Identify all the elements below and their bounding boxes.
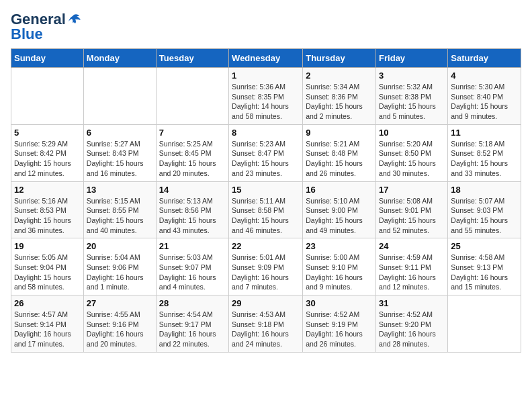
calendar-cell: 4Sunrise: 5:30 AM Sunset: 8:40 PM Daylig… <box>448 68 521 125</box>
day-info: Sunrise: 4:59 AM Sunset: 9:11 PM Dayligh… <box>379 253 445 292</box>
week-row-5: 26Sunrise: 4:57 AM Sunset: 9:14 PM Dayli… <box>11 295 521 353</box>
calendar-cell: 27Sunrise: 4:55 AM Sunset: 9:16 PM Dayli… <box>83 295 156 353</box>
day-number: 5 <box>14 128 81 138</box>
logo-bird-icon <box>67 13 82 26</box>
calendar-cell: 1Sunrise: 5:36 AM Sunset: 8:35 PM Daylig… <box>229 68 303 125</box>
day-info: Sunrise: 5:00 AM Sunset: 9:10 PM Dayligh… <box>306 253 373 292</box>
calendar-cell: 20Sunrise: 5:04 AM Sunset: 9:06 PM Dayli… <box>83 238 156 295</box>
day-number: 6 <box>87 128 153 138</box>
day-number: 23 <box>306 241 373 251</box>
column-header-wednesday: Wednesday <box>229 49 303 68</box>
column-header-thursday: Thursday <box>303 49 376 68</box>
day-info: Sunrise: 5:07 AM Sunset: 9:03 PM Dayligh… <box>451 196 518 236</box>
day-number: 11 <box>451 128 518 138</box>
day-number: 27 <box>87 298 153 308</box>
day-info: Sunrise: 5:36 AM Sunset: 8:35 PM Dayligh… <box>232 82 300 122</box>
calendar-cell: 23Sunrise: 5:00 AM Sunset: 9:10 PM Dayli… <box>303 238 376 295</box>
calendar-cell <box>156 68 228 125</box>
calendar-cell <box>11 68 84 125</box>
day-number: 19 <box>14 241 81 251</box>
day-info: Sunrise: 4:58 AM Sunset: 9:13 PM Dayligh… <box>451 253 518 292</box>
day-number: 2 <box>306 71 373 81</box>
day-info: Sunrise: 5:32 AM Sunset: 8:38 PM Dayligh… <box>379 82 445 122</box>
calendar-cell: 29Sunrise: 4:53 AM Sunset: 9:18 PM Dayli… <box>229 295 303 353</box>
day-number: 17 <box>379 185 445 195</box>
column-header-friday: Friday <box>376 49 448 68</box>
day-info: Sunrise: 5:05 AM Sunset: 9:04 PM Dayligh… <box>14 253 81 292</box>
day-number: 25 <box>451 241 518 251</box>
calendar-cell: 30Sunrise: 4:52 AM Sunset: 9:19 PM Dayli… <box>303 295 376 353</box>
day-info: Sunrise: 5:25 AM Sunset: 8:45 PM Dayligh… <box>159 139 226 179</box>
calendar-cell: 28Sunrise: 4:54 AM Sunset: 9:17 PM Dayli… <box>156 295 228 353</box>
day-info: Sunrise: 4:57 AM Sunset: 9:14 PM Dayligh… <box>14 310 81 349</box>
header-row: SundayMondayTuesdayWednesdayThursdayFrid… <box>11 49 521 68</box>
day-number: 16 <box>306 185 373 195</box>
day-number: 9 <box>306 128 373 138</box>
calendar-cell: 11Sunrise: 5:18 AM Sunset: 8:52 PM Dayli… <box>448 124 521 181</box>
calendar-cell: 5Sunrise: 5:29 AM Sunset: 8:42 PM Daylig… <box>11 124 84 181</box>
calendar-table: SundayMondayTuesdayWednesdayThursdayFrid… <box>11 48 521 353</box>
day-number: 18 <box>451 185 518 195</box>
day-info: Sunrise: 5:34 AM Sunset: 8:36 PM Dayligh… <box>306 82 373 122</box>
day-info: Sunrise: 4:55 AM Sunset: 9:16 PM Dayligh… <box>87 310 153 349</box>
calendar-cell: 17Sunrise: 5:08 AM Sunset: 9:01 PM Dayli… <box>376 181 448 238</box>
column-header-sunday: Sunday <box>11 49 84 68</box>
calendar-cell: 6Sunrise: 5:27 AM Sunset: 8:43 PM Daylig… <box>83 124 156 181</box>
day-info: Sunrise: 5:21 AM Sunset: 8:48 PM Dayligh… <box>306 139 373 179</box>
calendar-cell: 7Sunrise: 5:25 AM Sunset: 8:45 PM Daylig… <box>156 124 228 181</box>
day-number: 1 <box>232 71 300 81</box>
day-info: Sunrise: 5:08 AM Sunset: 9:01 PM Dayligh… <box>379 196 445 236</box>
week-row-3: 12Sunrise: 5:16 AM Sunset: 8:53 PM Dayli… <box>11 181 521 238</box>
day-number: 15 <box>232 185 300 195</box>
day-info: Sunrise: 4:53 AM Sunset: 9:18 PM Dayligh… <box>232 310 300 349</box>
day-info: Sunrise: 4:52 AM Sunset: 9:19 PM Dayligh… <box>306 310 373 349</box>
day-info: Sunrise: 5:16 AM Sunset: 8:53 PM Dayligh… <box>14 196 81 236</box>
column-header-tuesday: Tuesday <box>156 49 228 68</box>
day-info: Sunrise: 4:52 AM Sunset: 9:20 PM Dayligh… <box>379 310 445 349</box>
day-number: 28 <box>159 298 226 308</box>
day-info: Sunrise: 5:13 AM Sunset: 8:56 PM Dayligh… <box>159 196 226 236</box>
day-number: 14 <box>159 185 226 195</box>
day-number: 31 <box>379 298 445 308</box>
day-info: Sunrise: 5:18 AM Sunset: 8:52 PM Dayligh… <box>451 139 518 179</box>
logo-blue: Blue <box>11 26 43 43</box>
calendar-cell <box>83 68 156 125</box>
calendar-cell: 25Sunrise: 4:58 AM Sunset: 9:13 PM Dayli… <box>448 238 521 295</box>
calendar-cell: 14Sunrise: 5:13 AM Sunset: 8:56 PM Dayli… <box>156 181 228 238</box>
calendar-cell: 22Sunrise: 5:01 AM Sunset: 9:09 PM Dayli… <box>229 238 303 295</box>
column-header-monday: Monday <box>83 49 156 68</box>
header: General Blue <box>11 11 521 43</box>
day-info: Sunrise: 5:03 AM Sunset: 9:07 PM Dayligh… <box>159 253 226 292</box>
day-number: 7 <box>159 128 226 138</box>
calendar-cell <box>448 295 521 353</box>
calendar-cell: 8Sunrise: 5:23 AM Sunset: 8:47 PM Daylig… <box>229 124 303 181</box>
day-info: Sunrise: 5:10 AM Sunset: 9:00 PM Dayligh… <box>306 196 373 236</box>
day-number: 29 <box>232 298 300 308</box>
calendar-cell: 15Sunrise: 5:11 AM Sunset: 8:58 PM Dayli… <box>229 181 303 238</box>
column-header-saturday: Saturday <box>448 49 521 68</box>
day-number: 8 <box>232 128 300 138</box>
day-info: Sunrise: 5:01 AM Sunset: 9:09 PM Dayligh… <box>232 253 300 292</box>
week-row-2: 5Sunrise: 5:29 AM Sunset: 8:42 PM Daylig… <box>11 124 521 181</box>
day-info: Sunrise: 5:20 AM Sunset: 8:50 PM Dayligh… <box>379 139 445 179</box>
day-number: 20 <box>87 241 153 251</box>
day-number: 24 <box>379 241 445 251</box>
day-info: Sunrise: 5:29 AM Sunset: 8:42 PM Dayligh… <box>14 139 81 179</box>
calendar-cell: 2Sunrise: 5:34 AM Sunset: 8:36 PM Daylig… <box>303 68 376 125</box>
day-number: 30 <box>306 298 373 308</box>
calendar-cell: 18Sunrise: 5:07 AM Sunset: 9:03 PM Dayli… <box>448 181 521 238</box>
calendar-cell: 31Sunrise: 4:52 AM Sunset: 9:20 PM Dayli… <box>376 295 448 353</box>
day-info: Sunrise: 5:27 AM Sunset: 8:43 PM Dayligh… <box>87 139 153 179</box>
calendar-cell: 19Sunrise: 5:05 AM Sunset: 9:04 PM Dayli… <box>11 238 84 295</box>
day-info: Sunrise: 4:54 AM Sunset: 9:17 PM Dayligh… <box>159 310 226 349</box>
day-info: Sunrise: 5:30 AM Sunset: 8:40 PM Dayligh… <box>451 82 518 122</box>
calendar-cell: 12Sunrise: 5:16 AM Sunset: 8:53 PM Dayli… <box>11 181 84 238</box>
day-info: Sunrise: 5:23 AM Sunset: 8:47 PM Dayligh… <box>232 139 300 179</box>
day-info: Sunrise: 5:15 AM Sunset: 8:55 PM Dayligh… <box>87 196 153 236</box>
day-number: 13 <box>87 185 153 195</box>
week-row-4: 19Sunrise: 5:05 AM Sunset: 9:04 PM Dayli… <box>11 238 521 295</box>
day-number: 3 <box>379 71 445 81</box>
calendar-cell: 16Sunrise: 5:10 AM Sunset: 9:00 PM Dayli… <box>303 181 376 238</box>
calendar-cell: 3Sunrise: 5:32 AM Sunset: 8:38 PM Daylig… <box>376 68 448 125</box>
calendar-cell: 26Sunrise: 4:57 AM Sunset: 9:14 PM Dayli… <box>11 295 84 353</box>
